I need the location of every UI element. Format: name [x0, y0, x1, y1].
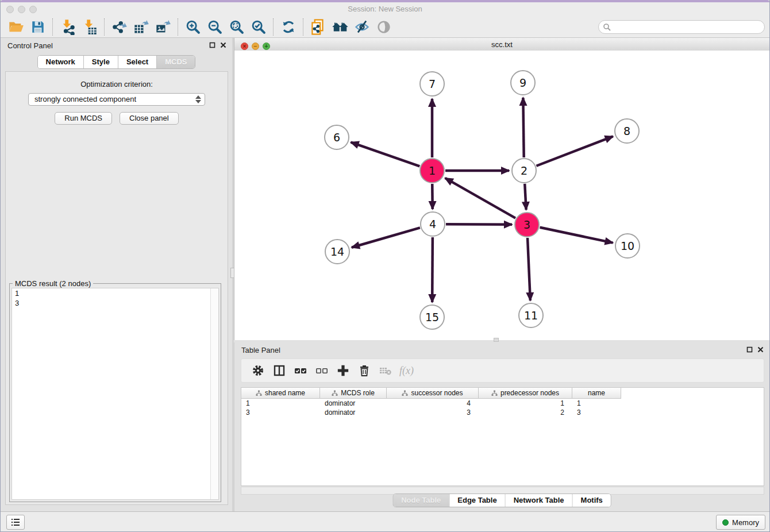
network-canvas[interactable]: 1234678910111415 [234, 51, 769, 340]
graph-node-10[interactable]: 10 [615, 233, 640, 259]
result-scrollbar[interactable] [210, 288, 218, 499]
graph-node-1[interactable]: 1 [419, 158, 445, 183]
graph-edge-4-15[interactable] [432, 237, 433, 302]
column-header-label: successor nodes [411, 389, 463, 397]
session-title: Session: New Session [1, 5, 769, 13]
graph-node-6[interactable]: 6 [324, 125, 349, 150]
graph-edge-2-3[interactable] [525, 184, 526, 210]
graph-node-15[interactable]: 15 [419, 304, 445, 330]
zoom-in-icon[interactable] [182, 17, 204, 37]
float-table-panel-icon[interactable] [746, 346, 753, 353]
deselect-all-icon[interactable] [311, 361, 332, 380]
table-cell[interactable]: 2 [479, 408, 572, 417]
graph-node-2[interactable]: 2 [511, 158, 537, 183]
graph-node-8[interactable]: 8 [614, 118, 640, 144]
tab-node-table[interactable]: Node Table [393, 494, 449, 507]
table-header: shared nameMCDS rolesuccessor nodesprede… [241, 388, 764, 399]
table-cell[interactable]: 1 [241, 399, 320, 408]
graph-node-14[interactable]: 14 [325, 239, 350, 264]
graph-node-label: 7 [429, 78, 436, 90]
tab-network[interactable]: Network [38, 56, 84, 68]
graph-edge-3-11[interactable] [528, 238, 530, 300]
tab-network-table[interactable]: Network Table [506, 494, 573, 507]
toolbar-separator [178, 18, 179, 36]
control-panel: Control Panel NetworkStyleSelectMCDS Opt… [1, 38, 232, 512]
table-cell[interactable]: dominator [320, 399, 387, 408]
import-table-icon[interactable] [79, 17, 101, 37]
tab-edge-table[interactable]: Edge Table [449, 494, 505, 507]
tab-style[interactable]: Style [84, 56, 118, 68]
graph-edge-1-6[interactable] [351, 142, 420, 167]
graph-edge-2-8[interactable] [536, 136, 613, 165]
hide-selected-icon[interactable] [351, 17, 373, 37]
graph-edge-4-14[interactable] [352, 228, 420, 247]
tab-motifs[interactable]: Motifs [573, 494, 611, 507]
graph-node-3[interactable]: 3 [514, 212, 540, 237]
column-header-MCDS-role[interactable]: MCDS role [320, 388, 387, 399]
graph-edge-2-9[interactable] [523, 98, 523, 157]
open-session-icon[interactable] [5, 17, 27, 37]
column-header-label: name [588, 389, 605, 397]
graph-node-label: 4 [429, 218, 436, 230]
close-panel-button[interactable]: Close panel [120, 112, 179, 125]
column-header-name[interactable]: name [572, 388, 621, 399]
mcds-result-list[interactable]: 13 [11, 288, 219, 500]
table-cell[interactable]: 1 [572, 399, 621, 408]
export-network-icon[interactable] [109, 17, 130, 37]
home-view-icon[interactable] [329, 17, 351, 37]
show-hidden-icon disabled[interactable] [373, 17, 395, 37]
zoom-out-icon[interactable] [204, 17, 226, 37]
graph-node-7[interactable]: 7 [419, 71, 445, 97]
graph-node-label: 10 [621, 240, 634, 252]
criterion-dropdown[interactable]: strongly connected component [28, 93, 205, 106]
delete-columns-icon[interactable] [353, 361, 375, 380]
node-table[interactable]: shared nameMCDS rolesuccessor nodesprede… [241, 387, 764, 486]
new-column-icon[interactable] [332, 361, 353, 380]
run-mcds-button[interactable]: Run MCDS [55, 112, 112, 125]
table-row[interactable]: 3dominator323 [241, 408, 764, 417]
toggle-columns-icon[interactable] [268, 361, 290, 380]
application-window: Session: New Session [0, 0, 770, 532]
graph-node-label: 11 [524, 309, 538, 322]
graph-node-9[interactable]: 9 [510, 70, 536, 95]
optimization-criterion-label: Optimization criterion: [6, 80, 228, 88]
table-tabs: Node TableEdge TableNetwork TableMotifs [392, 494, 611, 507]
graph-edge-4-3[interactable] [446, 224, 512, 225]
column-header-shared-name[interactable]: shared name [241, 388, 320, 399]
graph-edge-3-1[interactable] [445, 178, 515, 218]
copy-network-icon[interactable] [307, 17, 329, 37]
export-table-icon[interactable] [130, 17, 152, 37]
column-header-predecessor-nodes[interactable]: predecessor nodes [479, 388, 572, 399]
mcds-result-title: MCDS result (2 nodes) [13, 279, 93, 288]
table-row[interactable]: 1dominator411 [241, 399, 764, 408]
table-cell[interactable]: 1 [479, 399, 572, 408]
select-all-icon[interactable] [290, 361, 311, 380]
table-cell[interactable]: 4 [387, 399, 479, 408]
task-history-button[interactable] [6, 515, 25, 530]
import-network-icon[interactable] [57, 17, 79, 37]
table-cell[interactable]: 3 [241, 408, 320, 417]
graph-edge-3-10[interactable] [540, 228, 613, 243]
column-header-successor-nodes[interactable]: successor nodes [387, 388, 479, 399]
export-image-icon[interactable] [152, 17, 174, 37]
close-panel-icon[interactable] [220, 42, 226, 48]
splitter-handle[interactable] [494, 338, 499, 342]
close-table-panel-icon[interactable] [757, 346, 764, 353]
zoom-selected-icon[interactable] [248, 17, 270, 37]
table-cell[interactable]: 3 [572, 408, 621, 417]
graph-node-11[interactable]: 11 [518, 303, 544, 328]
tab-select[interactable]: Select [118, 56, 157, 68]
tab-mcds[interactable]: MCDS [157, 56, 195, 68]
table-cell[interactable]: dominator [320, 408, 387, 417]
table-mode-gear-icon[interactable] [247, 361, 268, 380]
table-toolbar: f(x) [241, 358, 764, 383]
float-panel-icon[interactable] [209, 42, 215, 48]
save-session-icon[interactable] [27, 17, 49, 37]
table-cell[interactable]: 3 [387, 408, 479, 417]
search-input[interactable] [598, 20, 765, 34]
list-icon [10, 518, 21, 527]
first-neighbors-icon[interactable] [278, 17, 299, 37]
memory-button[interactable]: Memory [716, 515, 765, 530]
zoom-fit-icon[interactable] [226, 17, 248, 37]
graph-node-4[interactable]: 4 [420, 211, 445, 237]
